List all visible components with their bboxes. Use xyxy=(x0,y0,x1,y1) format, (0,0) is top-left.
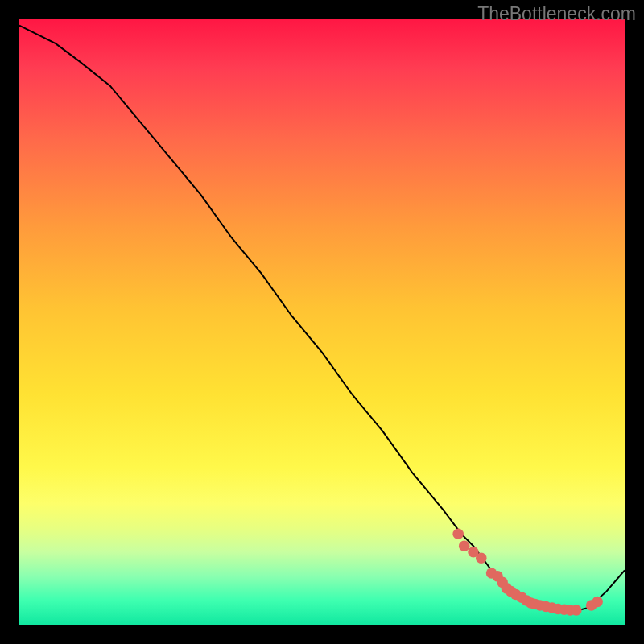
data-point xyxy=(459,540,470,551)
data-point xyxy=(476,553,487,564)
bottleneck-curve xyxy=(19,26,625,611)
chart-svg xyxy=(19,19,625,625)
data-point xyxy=(452,528,464,539)
data-points-group xyxy=(452,528,602,615)
data-point xyxy=(571,605,582,616)
watermark-text: TheBottleneck.com xyxy=(477,3,636,25)
data-point xyxy=(592,597,603,608)
plot-area xyxy=(19,19,625,625)
